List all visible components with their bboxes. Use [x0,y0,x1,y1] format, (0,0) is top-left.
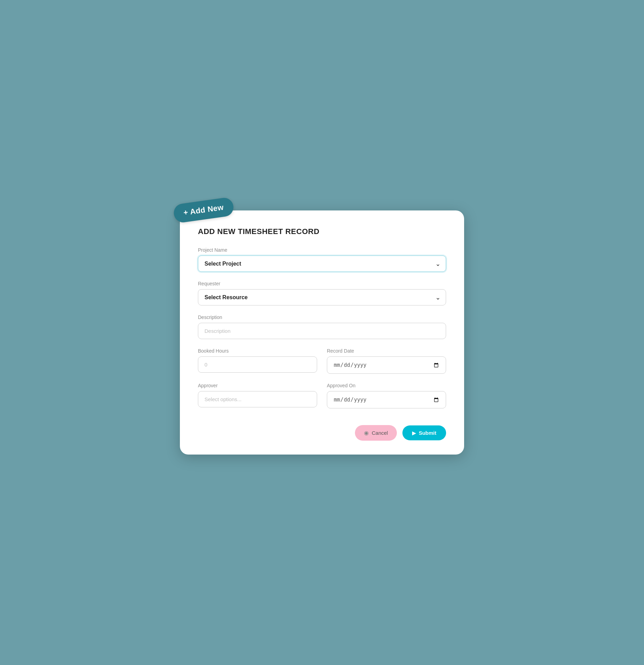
project-name-group: Project Name Select Project ⌄ [198,247,446,272]
project-name-label: Project Name [198,247,446,253]
approved-on-col: Approved On [327,383,446,408]
submit-label: Submit [419,430,436,436]
approved-on-label: Approved On [327,383,446,388]
modal-title: ADD NEW TIMESHEET RECORD [198,227,446,236]
approver-row: Approver Approved On [198,383,446,408]
cancel-icon: ◉ [364,430,369,436]
record-date-input[interactable] [327,356,446,374]
submit-button[interactable]: ▶ Submit [402,425,446,440]
description-group: Description [198,314,446,339]
submit-icon: ▶ [412,430,416,436]
hours-date-row: Booked Hours Record Date [198,348,446,374]
approved-on-input[interactable] [327,391,446,408]
record-date-label: Record Date [327,348,446,354]
approver-col: Approver [198,383,317,408]
approver-label: Approver [198,383,317,388]
description-input[interactable] [198,323,446,339]
record-date-col: Record Date [327,348,446,374]
requester-group: Requester Select Resource ⌄ [198,281,446,305]
booked-hours-col: Booked Hours [198,348,317,374]
requester-label: Requester [198,281,446,286]
cancel-button[interactable]: ◉ Cancel [355,425,397,441]
modal-wrapper: + Add New ADD NEW TIMESHEET RECORD Proje… [180,210,464,455]
requester-select-wrapper: Select Resource ⌄ [198,289,446,305]
requester-select[interactable]: Select Resource [198,289,446,305]
project-name-select[interactable]: Select Project [198,256,446,272]
booked-hours-input[interactable] [198,356,317,373]
description-label: Description [198,314,446,320]
modal-dialog: ADD NEW TIMESHEET RECORD Project Name Se… [180,210,464,455]
booked-hours-label: Booked Hours [198,348,317,354]
project-name-select-wrapper: Select Project ⌄ [198,256,446,272]
modal-footer: ◉ Cancel ▶ Submit [198,425,446,441]
cancel-label: Cancel [372,430,388,436]
approver-input[interactable] [198,391,317,407]
